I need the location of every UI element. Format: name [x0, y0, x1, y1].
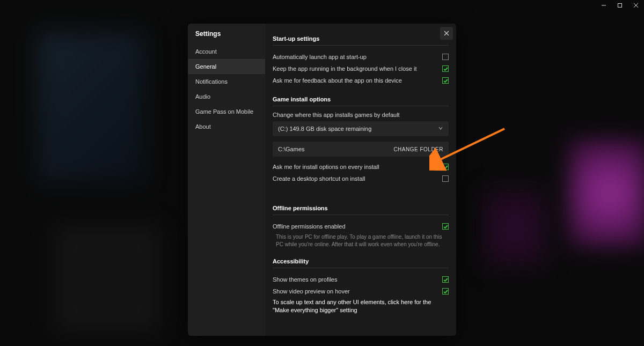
row-auto-launch: Automatically launch app at start-up — [273, 51, 449, 63]
install-folder-row: C:\Games CHANGE FOLDER — [273, 142, 449, 157]
row-ask-install: Ask me for install options on every inst… — [273, 161, 449, 173]
sidebar-item-about[interactable]: About — [188, 119, 265, 134]
window-controls — [596, 0, 644, 11]
minimize-button[interactable] — [596, 0, 612, 11]
row-feedback: Ask me for feedback about the app on thi… — [273, 75, 449, 86]
maximize-button[interactable] — [612, 0, 628, 11]
drive-select-value: (C:) 149.8 GB disk space remaining — [278, 126, 371, 132]
checkbox-auto-launch[interactable] — [442, 54, 449, 60]
sidebar-item-audio[interactable]: Audio — [188, 89, 265, 104]
label-auto-launch: Automatically launch app at start-up — [273, 54, 367, 60]
section-title-startup: Start-up settings — [273, 35, 449, 42]
divider — [273, 45, 449, 46]
install-location-desc: Change where this app installs games by … — [273, 112, 449, 118]
label-video-hover: Show video preview on hover — [273, 288, 350, 295]
sidebar-item-game-pass-mobile[interactable]: Game Pass on Mobile — [188, 104, 265, 119]
label-feedback: Ask me for feedback about the app on thi… — [273, 77, 402, 84]
close-icon — [444, 31, 449, 36]
label-ask-install: Ask me for install options on every inst… — [273, 164, 379, 170]
checkbox-ask-install[interactable] — [442, 164, 449, 170]
divider — [273, 106, 449, 106]
scale-ui-link[interactable]: To scale up text and any other UI elemen… — [273, 297, 449, 315]
label-offline-enabled: Offline permissions enabled — [273, 223, 346, 230]
checkbox-keep-running[interactable] — [442, 65, 449, 72]
checkbox-feedback[interactable] — [442, 77, 449, 84]
row-offline-enabled: Offline permissions enabled — [273, 220, 449, 232]
checkbox-themes[interactable] — [442, 276, 449, 283]
settings-dialog: Settings Account General Notifications A… — [188, 24, 456, 336]
label-keep-running: Keep the app running in the background w… — [273, 65, 416, 72]
drive-select[interactable]: (C:) 149.8 GB disk space remaining — [273, 121, 449, 136]
checkbox-video-hover[interactable] — [442, 288, 449, 295]
section-title-offline: Offline permissions — [273, 205, 449, 211]
row-desktop-shortcut: Create a desktop shortcut on install — [273, 173, 449, 185]
sidebar-item-account[interactable]: Account — [188, 44, 265, 59]
offline-hint: This is your PC for offline play. To pla… — [273, 232, 449, 252]
checkbox-offline-enabled[interactable] — [442, 223, 449, 230]
install-folder-path: C:\Games — [278, 146, 305, 152]
checkbox-desktop-shortcut[interactable] — [442, 175, 449, 182]
window-close-button[interactable] — [628, 0, 644, 11]
row-keep-running: Keep the app running in the background w… — [273, 63, 449, 75]
row-video-hover: Show video preview on hover — [273, 285, 449, 297]
chevron-down-icon — [438, 126, 443, 132]
dialog-title: Settings — [188, 24, 265, 44]
sidebar-item-general[interactable]: General — [188, 59, 265, 74]
svg-rect-1 — [618, 4, 622, 8]
settings-content: Start-up settings Automatically launch a… — [265, 24, 456, 336]
label-desktop-shortcut: Create a desktop shortcut on install — [273, 175, 365, 182]
change-folder-button[interactable]: CHANGE FOLDER — [393, 146, 443, 152]
sidebar-item-notifications[interactable]: Notifications — [188, 74, 265, 89]
row-themes: Show themes on profiles — [273, 274, 449, 285]
dialog-close-button[interactable] — [440, 27, 453, 40]
settings-sidebar: Settings Account General Notifications A… — [188, 24, 265, 336]
section-title-install: Game install options — [273, 96, 449, 102]
divider — [273, 215, 449, 215]
section-title-accessibility: Accessibility — [273, 258, 449, 264]
divider — [273, 268, 449, 268]
label-themes: Show themes on profiles — [273, 276, 337, 283]
